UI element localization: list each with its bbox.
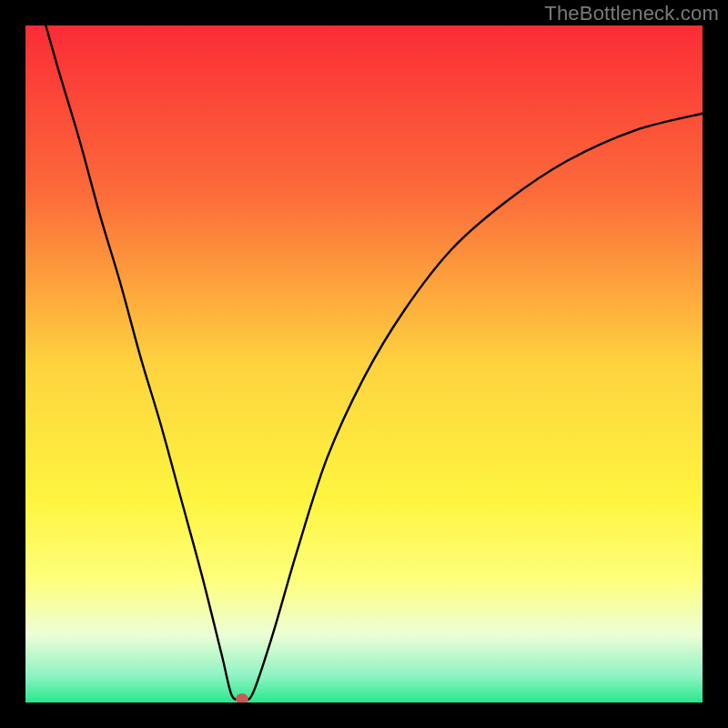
optimal-point-marker bbox=[236, 693, 248, 703]
watermark-text: TheBottleneck.com bbox=[544, 2, 719, 25]
chart-frame: TheBottleneck.com bbox=[0, 0, 728, 728]
bottleneck-curve bbox=[25, 25, 703, 703]
plot-area bbox=[25, 25, 703, 703]
